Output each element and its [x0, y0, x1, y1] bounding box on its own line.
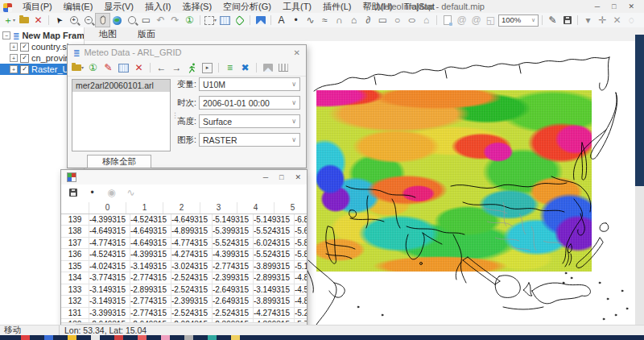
export-image-icon[interactable]	[440, 14, 454, 27]
graphtype-select[interactable]: RASTER ∨	[199, 133, 300, 147]
zoom-next-icon[interactable]: ↷	[168, 14, 182, 27]
table-cell[interactable]: -3.774315	[89, 272, 130, 284]
layout-a-icon[interactable]: @	[455, 14, 469, 27]
layout-b-icon[interactable]: @	[469, 14, 483, 27]
statistics-chart-icon[interactable]	[276, 61, 290, 74]
table-cell[interactable]: -6.024315	[254, 238, 295, 249]
table-cell[interactable]: -2.524315	[171, 308, 213, 319]
add-layer-icon[interactable]: ＋▾	[2, 14, 16, 27]
remove-layer-icon[interactable]: ✕	[31, 14, 45, 27]
menu-trajstat[interactable]: TrajStat	[398, 2, 440, 11]
select-cursor-icon[interactable]: ➤	[50, 13, 68, 28]
table-cell[interactable]: -2.774315	[130, 296, 171, 307]
draw-rectangle-icon[interactable]: ▭	[376, 14, 390, 27]
table-cell[interactable]: -5.524315	[213, 238, 254, 249]
table-row[interactable]: 139-4.399315-4.524315-4.649315-5.149315-…	[61, 214, 307, 226]
taskbar-item[interactable]	[91, 335, 100, 340]
menu-insert[interactable]: 插入(I)	[139, 1, 176, 13]
draw-pentagon-icon[interactable]: ⌂	[347, 14, 361, 27]
table-cell[interactable]: -5.649315	[295, 226, 307, 237]
layer-checkbox[interactable]: ✓	[20, 65, 29, 74]
table-cell[interactable]: -4.649315	[171, 214, 213, 226]
draw-text-icon[interactable]: A	[275, 14, 288, 27]
table-cell[interactable]: -5.274315	[295, 308, 307, 319]
draw-freepolygon-icon[interactable]: ∂	[361, 14, 375, 27]
shade-view-icon[interactable]: ◉	[105, 186, 118, 199]
taskbar-item[interactable]	[44, 335, 53, 340]
table-cell[interactable]: -5.899315	[295, 238, 307, 249]
menu-edit[interactable]: 编辑(E)	[58, 1, 99, 13]
table-cell[interactable]: -3.149315	[254, 284, 295, 296]
table-cell[interactable]: -2.399315	[213, 272, 254, 284]
zoom-rectangle-icon[interactable]: ▭	[139, 14, 153, 27]
table-cell[interactable]: -4.899315	[295, 272, 307, 284]
menu-tools[interactable]: 工具(T)	[277, 1, 317, 13]
table-cell[interactable]: -4.024315	[89, 261, 130, 272]
view-data-table-icon[interactable]	[117, 61, 130, 74]
table-cell[interactable]: -4.274315	[254, 308, 295, 319]
table-cell[interactable]: -4.399315	[213, 249, 254, 260]
menu-help[interactable]: 帮助(H)	[357, 1, 398, 13]
table-cell[interactable]: -5.524315	[254, 249, 295, 260]
expand-icon[interactable]: +	[10, 43, 18, 51]
table-cell[interactable]: -4.649315	[130, 238, 171, 249]
next-time-icon[interactable]: →	[170, 61, 184, 74]
table-cell[interactable]: -2.524315	[171, 284, 213, 296]
minimize-button[interactable]: ─	[595, 2, 600, 10]
zoom-free-icon[interactable]	[125, 14, 138, 27]
close-button[interactable]: ✕	[628, 2, 634, 10]
table-window-title-bar[interactable]: ─ □ ✕	[61, 170, 307, 185]
pan-icon[interactable]	[96, 14, 109, 27]
table-cell[interactable]: -2.774315	[130, 272, 171, 284]
point-view-icon[interactable]: •	[85, 186, 99, 199]
taskbar-item[interactable]	[208, 335, 217, 340]
table-cell[interactable]: -4.524315	[295, 284, 307, 296]
draw-curve-icon[interactable]: ∩	[332, 14, 346, 27]
table-cell[interactable]: 135	[61, 261, 89, 272]
draw-lasso-polygon-icon[interactable]: ⌂	[419, 14, 433, 27]
taskbar-item[interactable]	[184, 335, 193, 340]
open-file-icon[interactable]	[17, 14, 31, 27]
menu-plugins[interactable]: 插件(L)	[317, 1, 357, 13]
table-cell[interactable]: 139	[61, 214, 89, 226]
maximize-button[interactable]: □	[279, 173, 283, 181]
table-cell[interactable]: -5.149315	[254, 214, 295, 226]
table-cell[interactable]: -5.899315	[295, 249, 307, 260]
menu-view[interactable]: 显示(V)	[98, 1, 139, 13]
table-cell[interactable]: -4.774315	[89, 238, 130, 249]
table-cell[interactable]: -2.774315	[130, 308, 171, 319]
file-list-item[interactable]: mer2arl20060101.arl	[72, 80, 170, 92]
table-cell[interactable]: 138	[61, 226, 89, 237]
draw-point-icon[interactable]: •	[289, 14, 303, 27]
select-features-icon[interactable]: ▾	[204, 14, 217, 27]
table-cell[interactable]: 133	[61, 284, 89, 296]
select-lasso-icon[interactable]: ◌	[625, 14, 638, 27]
table-cell[interactable]: -5.524315	[254, 226, 295, 237]
table-cell[interactable]: -2.524315	[213, 308, 254, 319]
taskbar-item[interactable]	[161, 335, 170, 340]
level-select[interactable]: Surface ∨	[199, 114, 300, 128]
table-row[interactable]: 136-4.524315-4.399315-4.274315-4.399315-…	[61, 249, 307, 261]
tab-map[interactable]: 地图	[91, 28, 125, 40]
draw-meteo-data-icon[interactable]: ✎	[101, 61, 115, 74]
table-cell[interactable]: -2.899315	[130, 284, 171, 296]
table-cell[interactable]: 131	[61, 308, 89, 319]
more-caret-icon[interactable]: ▾	[581, 14, 595, 27]
table-cell[interactable]: 137	[61, 238, 89, 249]
zoom-out-icon[interactable]: −	[81, 14, 95, 27]
table-cell[interactable]: -6.899315	[295, 214, 307, 226]
save-data-icon[interactable]	[66, 186, 80, 199]
table-cell[interactable]: -4.899315	[171, 226, 213, 237]
label-icon[interactable]	[233, 14, 246, 27]
open-meteo-file-icon[interactable]: ▾	[71, 61, 85, 74]
tree-item-map-frame[interactable]: − ≣ New Map Frame	[0, 30, 84, 41]
table-cell[interactable]: 132	[61, 296, 89, 307]
draw-settings-icon[interactable]: ✖	[238, 61, 252, 74]
table-cell[interactable]: -2.649315	[213, 284, 254, 296]
table-cell[interactable]: -3.149315	[89, 296, 130, 307]
tab-layout[interactable]: 版面	[130, 28, 163, 40]
identify-icon[interactable]: ①	[183, 14, 196, 27]
dialog-title-bar[interactable]: ≣ Meteo Data - ARL_GRID ✕	[68, 45, 306, 60]
zoom-previous-icon[interactable]: ↶	[154, 14, 167, 27]
table-cell[interactable]: -2.649315	[213, 296, 254, 307]
